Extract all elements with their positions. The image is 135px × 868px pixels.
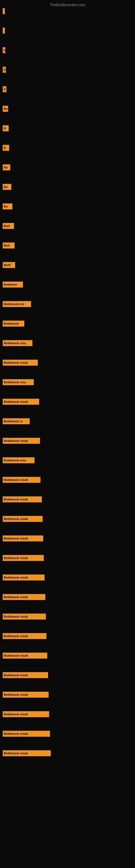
list-item: Bo [3, 164, 132, 170]
bar-label: Bottleneck result [4, 439, 28, 442]
list-item: E [3, 67, 132, 73]
bar-label: Bottleneck result [4, 595, 28, 599]
list-item: Bottleneck resu [3, 340, 132, 346]
bar-label: Bottleneck result [4, 400, 28, 403]
list-item: Bottleneck resu [3, 379, 132, 385]
bar-label: Bottleneck result [4, 615, 28, 618]
list-item: Bottleneck result [3, 477, 132, 483]
bar-label: Bottl [4, 264, 10, 267]
list-item: Bottleneck result [3, 360, 132, 366]
list-item: Bottleneck resu [3, 457, 132, 463]
bar-label: Bottleneck result [4, 556, 28, 560]
bar-label: Bottleneck result [4, 752, 28, 755]
bar-label: B [4, 146, 6, 150]
list-item: Bottleneck result [3, 750, 132, 756]
bar-label: Bottleneck result [4, 361, 28, 364]
bar-label: Bottleneck resu [4, 341, 26, 345]
bar-label: Bottleneck [4, 322, 19, 325]
list-item: Bottleneck result [3, 653, 132, 659]
list-item: Bo [3, 184, 132, 190]
list-item: Bottleneck result [3, 535, 132, 541]
bar-label: Bottlenec [4, 283, 17, 286]
bar-label: Bottleneck result [4, 674, 28, 677]
list-item: Bottleneck [3, 321, 132, 327]
bar-label: E [4, 88, 6, 91]
list-item: Bottleneck result [3, 614, 132, 620]
list-item [3, 8, 132, 14]
bar-label: E [4, 49, 5, 52]
bar-label: Bottleneck result [4, 478, 28, 482]
bar-label: Bottleneck res [4, 303, 24, 306]
bar-label: Bo [4, 107, 8, 111]
bar-label: E [4, 68, 6, 71]
bar-label: Bo [4, 185, 8, 188]
bar-label: Bottleneck resu [4, 380, 26, 384]
list-item: Bottleneck result [3, 692, 132, 698]
list-item: Bottlenec [3, 282, 132, 287]
list-item: Bott [3, 243, 132, 248]
list-item: Bo [3, 204, 132, 209]
bar-label: Bottleneck result [4, 537, 28, 540]
list-item: Bottleneck re [3, 418, 132, 424]
bars-container: EEEBoBBBoBoBoBottBottBottlBottlenecBottl… [0, 8, 135, 770]
list-item: B [3, 145, 132, 151]
list-item: B [3, 125, 132, 131]
bar-label: Bott [4, 244, 10, 247]
bar-label: Bottleneck result [4, 576, 28, 579]
bar-label: Bottleneck re [4, 420, 23, 423]
bar-label: Bottleneck result [4, 654, 28, 657]
list-item: Bottleneck result [3, 399, 132, 405]
bar-label: Bo [4, 205, 8, 208]
bar-label: Bottleneck result [4, 713, 28, 716]
list-item: Bottleneck result [3, 711, 132, 717]
list-item: Bottleneck result [3, 575, 132, 581]
bar-label: B [4, 127, 6, 130]
list-item: Bottleneck result [3, 516, 132, 522]
bar-label: Bottleneck result [4, 498, 28, 501]
bar-label: Bott [4, 224, 10, 227]
list-item: Bo [3, 106, 132, 112]
bar-label: Bottleneck result [4, 634, 28, 638]
bar-label: Bottleneck result [4, 517, 28, 521]
list-item: Bottleneck res [3, 301, 132, 307]
list-item: Bottleneck result [3, 672, 132, 678]
list-item: Bottl [3, 262, 132, 268]
list-item: Bottleneck result [3, 555, 132, 561]
list-item: E [3, 47, 132, 53]
list-item: Bott [3, 223, 132, 229]
bar-label: Bottleneck resu [4, 459, 26, 462]
list-item: E [3, 86, 132, 92]
bar-label: Bottleneck result [4, 693, 28, 696]
list-item: Bottleneck result [3, 438, 132, 444]
bar-label: Bottleneck result [4, 732, 28, 735]
list-item: Bottleneck result [3, 594, 132, 600]
list-item: Bottleneck result [3, 496, 132, 502]
list-item: Bottleneck result [3, 731, 132, 737]
bar-label: Bo [4, 166, 8, 169]
list-item [3, 28, 132, 34]
list-item: Bottleneck result [3, 633, 132, 639]
